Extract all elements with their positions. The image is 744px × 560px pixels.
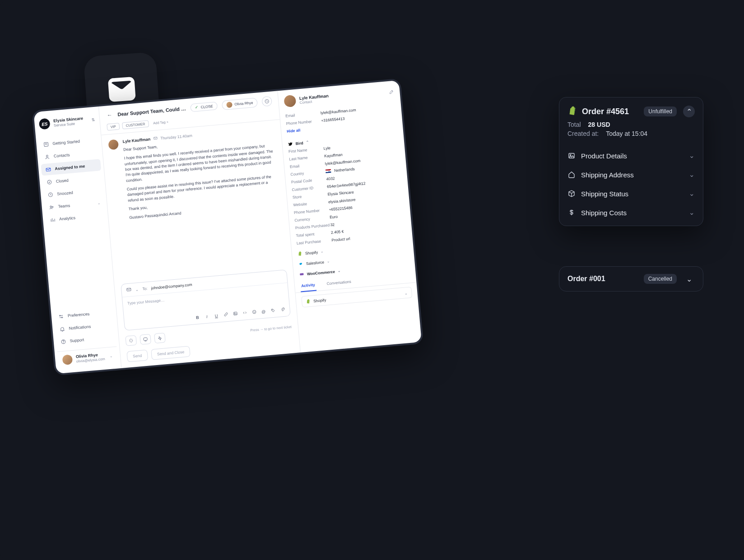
chevron-down-icon: ⌄ xyxy=(689,190,695,198)
order-summary-card[interactable]: Order #001 Cancelled ⌄ xyxy=(559,266,703,292)
check-icon: ✓ xyxy=(195,105,199,110)
avatar xyxy=(108,139,119,150)
svg-rect-20 xyxy=(144,338,147,341)
tab-conversations[interactable]: Conversations xyxy=(326,276,353,290)
section-shipping-costs[interactable]: Shipping Costs ⌄ xyxy=(567,203,695,222)
svg-rect-21 xyxy=(300,273,304,275)
clock-icon xyxy=(47,191,54,198)
integration-name: Salesforce xyxy=(306,259,324,265)
field-value: +3166554413 xyxy=(321,116,345,123)
section-shipping-address[interactable]: Shipping Address ⌄ xyxy=(567,165,695,184)
integration-name: Bird xyxy=(295,140,303,145)
order-title: Order #001 xyxy=(567,275,639,283)
add-tag-button[interactable]: Add Tag + xyxy=(151,119,171,126)
mail-icon xyxy=(153,136,158,142)
field-value: Elysia Skincare xyxy=(327,190,354,196)
pencil-icon xyxy=(389,89,395,95)
order-details-panel: Order #4561 Unfulfilled ⌃ Total 28 USD C… xyxy=(559,97,703,226)
svg-point-5 xyxy=(50,206,51,208)
ai-assist-button[interactable] xyxy=(125,335,137,346)
support-app-window: ES Elysia Skincare Service Suite ⇅ Getti… xyxy=(32,79,423,376)
dollar-icon xyxy=(567,208,576,217)
book-icon xyxy=(42,141,49,148)
svg-point-3 xyxy=(47,180,51,184)
mail-icon xyxy=(126,287,132,293)
send-button[interactable]: Send xyxy=(126,350,148,362)
tag-vip[interactable]: VIP xyxy=(107,123,120,130)
shopify-icon xyxy=(567,106,577,117)
field-value: +6552215486 xyxy=(329,205,353,212)
svg-point-1 xyxy=(46,155,48,157)
attachment-button[interactable] xyxy=(279,307,285,313)
tab-activity[interactable]: Activity xyxy=(300,279,316,292)
salesforce-icon xyxy=(298,261,303,267)
bell-icon xyxy=(59,325,65,332)
integration-name: WooCommerce xyxy=(307,269,335,276)
clock-icon xyxy=(264,98,270,104)
section-shipping-status[interactable]: Shipping Status ⌄ xyxy=(567,184,695,203)
mail-icon xyxy=(45,166,51,173)
bird-icon xyxy=(288,141,293,147)
avatar xyxy=(62,354,73,365)
close-label: CLOSE xyxy=(200,104,213,109)
message-timestamp: Thursday 11:40am xyxy=(160,133,192,140)
avatar xyxy=(226,102,232,108)
underline-button[interactable]: U xyxy=(214,313,219,318)
tag-customer[interactable]: CUSTOMER xyxy=(122,120,149,130)
italic-button[interactable]: I xyxy=(204,314,210,319)
snooze-button[interactable] xyxy=(261,96,272,107)
image-button[interactable] xyxy=(232,311,238,317)
expand-button[interactable]: ⌄ xyxy=(683,273,695,285)
chevron-down-icon: ⌄ xyxy=(689,208,695,217)
sidebar-item-label: Support xyxy=(70,338,84,343)
chevron-down-icon: ⌄ xyxy=(404,290,408,295)
chevron-down-icon: ⌄ xyxy=(97,201,101,205)
assignee-picker[interactable]: Olivia Rhye xyxy=(222,97,258,110)
keyboard-hint: Press → to go to next ticket xyxy=(250,324,292,332)
back-button[interactable]: ← xyxy=(106,111,113,118)
workspace-logo: ES xyxy=(39,118,51,130)
code-button[interactable] xyxy=(242,310,247,316)
tag-button[interactable] xyxy=(270,308,276,314)
svg-point-8 xyxy=(61,317,62,318)
contact-panel: Lyle Kauffman Contact Emaillylek@kauffma… xyxy=(278,80,422,352)
sidebar-item-label: Assigned to me xyxy=(55,164,85,171)
order-status-badge: Cancelled xyxy=(644,274,677,284)
to-value[interactable]: johndoe@company.com xyxy=(151,282,192,291)
field-label: Last Purchase xyxy=(296,238,332,245)
field-value: Kayuffman xyxy=(324,152,343,158)
mention-button[interactable]: @ xyxy=(260,309,266,314)
canned-reply-button[interactable] xyxy=(140,334,151,345)
macro-button[interactable] xyxy=(154,333,166,343)
thread-subject: Dear Support Team, Could you please assi… xyxy=(117,106,186,117)
total-label: Total xyxy=(567,121,581,128)
sidebar-item-label: Contacts xyxy=(54,153,70,158)
field-value: Lyle xyxy=(323,145,330,150)
svg-point-6 xyxy=(51,206,53,208)
bold-button[interactable]: B xyxy=(195,315,200,320)
section-product-details[interactable]: Product Details ⌄ xyxy=(567,146,695,165)
sidebar-item-label: Analytics xyxy=(59,215,76,221)
field-value: Product url xyxy=(331,236,350,242)
sidebar-item-label: Notifications xyxy=(69,324,91,330)
order-status-badge: Unfulfilled xyxy=(644,106,677,116)
to-label: To: xyxy=(142,286,148,291)
created-value: Today at 15:04 xyxy=(606,130,647,137)
svg-point-16 xyxy=(252,310,256,314)
emoji-button[interactable] xyxy=(251,309,257,315)
collapse-button[interactable]: ⌃ xyxy=(683,106,695,117)
current-user-menu[interactable]: Olivia Rhye olivia@elysia.com ⌄ xyxy=(57,347,118,369)
svg-point-7 xyxy=(59,315,60,316)
link-button[interactable] xyxy=(223,312,229,318)
home-icon xyxy=(567,171,576,179)
thread-pane: ← Dear Support Team, Could you please as… xyxy=(99,91,301,368)
svg-point-19 xyxy=(272,310,272,310)
close-ticket-button[interactable]: ✓ CLOSE xyxy=(190,102,218,112)
svg-point-15 xyxy=(234,313,235,313)
field-value: elysia.skin/store xyxy=(328,197,356,204)
settings-icon xyxy=(57,313,64,319)
woocommerce-icon xyxy=(299,272,304,277)
workspace-switcher[interactable]: ES Elysia Skincare Service Suite ⇅ xyxy=(34,111,100,136)
edit-contact-button[interactable] xyxy=(389,89,395,96)
chevron-down-icon[interactable]: ⌄ xyxy=(135,287,139,292)
